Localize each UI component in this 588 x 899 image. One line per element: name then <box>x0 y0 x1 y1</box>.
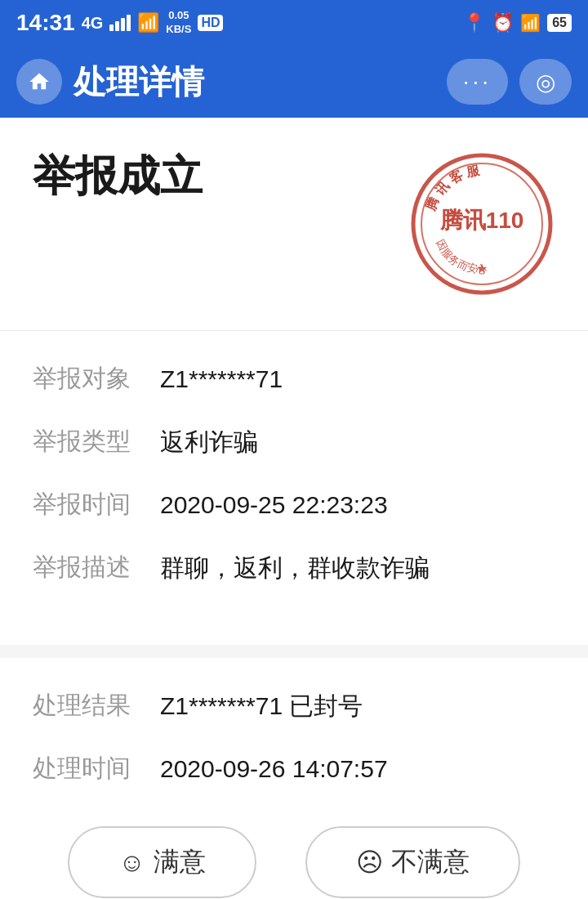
svg-text:腾讯110: 腾讯110 <box>439 208 524 233</box>
speed-indicator: 0.05KB/S <box>166 9 191 37</box>
target-icon: ◎ <box>536 69 555 96</box>
section-divider-1 <box>0 330 588 331</box>
bluetooth-icon: 📶 <box>520 13 541 33</box>
more-button[interactable]: ··· <box>447 59 508 105</box>
result-value: Z1*******71 已封号 <box>160 687 555 724</box>
unsatisfied-button[interactable]: ☹ 不满意 <box>305 826 520 898</box>
target-button[interactable]: ◎ <box>519 59 572 105</box>
report-target-label: 举报对象 <box>33 360 160 396</box>
report-time-label: 举报时间 <box>33 486 160 521</box>
tencent-110-stamp: 腾 讯 客 服 腾讯110 因服务而安心 ★ <box>408 150 555 297</box>
report-info-section: 举报对象 Z1*******71 举报类型 返利诈骗 举报时间 2020-09-… <box>33 360 555 586</box>
report-target-row: 举报对象 Z1*******71 <box>33 360 555 397</box>
hd-badge: HD <box>198 15 223 31</box>
satisfied-icon: ☺ <box>118 848 145 878</box>
unsatisfied-label: 不满意 <box>391 844 470 880</box>
result-time-row: 处理时间 2020-09-26 14:07:57 <box>33 750 555 787</box>
more-icon: ··· <box>463 69 492 95</box>
report-time-row: 举报时间 2020-09-25 22:23:23 <box>33 486 555 523</box>
time-label: 14:31 <box>16 10 75 36</box>
signal-bars-icon <box>109 15 131 31</box>
report-desc-label: 举报描述 <box>33 549 160 584</box>
report-type-value: 返利诈骗 <box>160 423 555 460</box>
report-status-title: 举报成立 <box>33 150 203 201</box>
home-button[interactable] <box>16 59 62 105</box>
wifi-icon: 📶 <box>137 12 159 34</box>
report-type-label: 举报类型 <box>33 423 160 458</box>
status-bar-left: 14:31 4G 📶 0.05KB/S HD <box>16 9 223 37</box>
stamp-container: 腾 讯 客 服 腾讯110 因服务而安心 ★ <box>408 150 555 297</box>
main-content: 举报成立 腾 讯 客 服 腾讯110 因服务而安心 <box>0 118 588 645</box>
result-time-value: 2020-09-26 14:07:57 <box>160 750 555 787</box>
report-title-section: 举报成立 腾 讯 客 服 腾讯110 因服务而安心 <box>33 150 555 297</box>
result-label: 处理结果 <box>33 687 160 722</box>
result-time-label: 处理时间 <box>33 750 160 785</box>
report-desc-value: 群聊，返利，群收款诈骗 <box>160 549 555 586</box>
location-icon: 📍 <box>463 12 485 34</box>
result-row: 处理结果 Z1*******71 已封号 <box>33 687 555 724</box>
nav-bar: 处理详情 ··· ◎ <box>0 46 588 118</box>
report-time-value: 2020-09-25 22:23:23 <box>160 486 555 523</box>
result-section: 处理结果 Z1*******71 已封号 处理时间 2020-09-26 14:… <box>0 658 588 899</box>
nav-left: 处理详情 <box>16 59 204 105</box>
satisfied-label: 满意 <box>154 844 206 880</box>
status-bar-right: 📍 ⏰ 📶 65 <box>463 12 572 34</box>
alarm-icon: ⏰ <box>492 12 514 34</box>
nav-right: ··· ◎ <box>447 59 572 105</box>
page-title: 处理详情 <box>74 60 204 105</box>
gray-section-divider <box>0 645 588 658</box>
satisfied-button[interactable]: ☺ 满意 <box>68 826 256 898</box>
report-target-value: Z1*******71 <box>160 360 555 397</box>
report-desc-row: 举报描述 群聊，返利，群收款诈骗 <box>33 549 555 586</box>
unsatisfied-icon: ☹ <box>356 847 383 878</box>
home-icon <box>28 70 51 93</box>
signal-label: 4G <box>82 14 104 33</box>
battery-icon: 65 <box>547 14 572 32</box>
report-type-row: 举报类型 返利诈骗 <box>33 423 555 460</box>
status-bar: 14:31 4G 📶 0.05KB/S HD 📍 ⏰ 📶 65 <box>0 0 588 46</box>
feedback-row: ☺ 满意 ☹ 不满意 <box>33 826 555 898</box>
svg-text:★: ★ <box>476 262 488 275</box>
